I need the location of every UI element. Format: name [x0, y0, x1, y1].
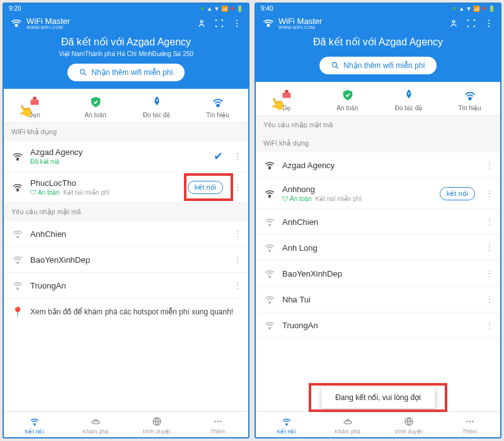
section-pwreq: Yêu cầu nhập mật mã: [256, 116, 500, 134]
feature-clean[interactable]: 👆 Dọ: [256, 88, 317, 112]
more-icon[interactable]: ⋮: [232, 182, 243, 192]
wifi-row[interactable]: BaoYenXinhDep ⋮: [256, 261, 500, 287]
section-pwreq: Yêu cầu nhập mật mã: [4, 203, 248, 221]
nav-browser[interactable]: trình duyệt: [378, 416, 439, 435]
svg-point-42: [469, 421, 471, 423]
feature-signal[interactable]: Tín hiệu: [187, 95, 248, 118]
more-icon[interactable]: ⋮: [232, 280, 243, 290]
app-title: WiFi Master: [26, 17, 70, 25]
wifi-logo-icon: [10, 17, 23, 30]
svg-point-19: [217, 421, 219, 423]
connect-button[interactable]: kết nối: [188, 181, 223, 194]
shield-icon: [89, 95, 103, 109]
connect-button[interactable]: kết nối: [440, 187, 475, 200]
globe-icon: [151, 416, 163, 427]
svg-point-35: [269, 276, 270, 277]
svg-point-1: [200, 20, 203, 23]
nav-discover[interactable]: Khám phá: [65, 416, 126, 435]
wifi-icon: [263, 187, 276, 200]
wifi-lock-icon: [263, 267, 276, 280]
svg-point-9: [217, 105, 219, 107]
wifi-row[interactable]: Nha Tui ⋮: [256, 287, 500, 312]
connection-title: Đã kết nối với Azgad Agency: [266, 36, 490, 48]
more-icon[interactable]: ⋮: [232, 255, 243, 265]
wifi-lock-icon: [11, 253, 24, 266]
wifi-row[interactable]: Azgad Agency ⋮: [256, 152, 500, 178]
wifi-row-anhhong[interactable]: Anhhong 🛡 An toàn Kết nối miễn phí kết n…: [256, 178, 500, 209]
feature-signal[interactable]: Tín hiệu: [439, 88, 500, 112]
wifi-row[interactable]: BaoYenXinhDep ⋮: [4, 247, 248, 273]
svg-point-15: [33, 423, 35, 425]
more-icon[interactable]: [484, 18, 494, 28]
more-icon[interactable]: [232, 18, 242, 28]
wifi-icon: [11, 150, 24, 163]
phone-left: 9:20 ▲ ▼ 📶 🔋 WiFi Master WWW.WIFI.COM Đã…: [3, 3, 249, 438]
user-icon[interactable]: [449, 18, 459, 28]
more-icon[interactable]: ⋮: [232, 229, 243, 239]
more-icon[interactable]: ⋮: [484, 243, 495, 253]
free-wifi-label: Nhận thêm wifi miễn phí: [91, 68, 173, 77]
svg-point-14: [17, 288, 18, 289]
status-time: 9:20: [9, 5, 21, 12]
wifi-icon: [11, 181, 24, 193]
feature-clean[interactable]: 👆 Dọn: [4, 95, 65, 118]
check-icon: ✔: [214, 149, 223, 163]
wifi-lock-icon: [263, 293, 276, 306]
feature-safe[interactable]: An toàn: [317, 88, 378, 112]
wifi-row[interactable]: AnhChien ⋮: [4, 221, 248, 247]
feature-speed[interactable]: Đo tốc độ: [126, 95, 187, 118]
more-icon[interactable]: ⋮: [232, 151, 243, 161]
svg-rect-28: [285, 90, 289, 93]
more-dots-icon: [212, 416, 224, 427]
nav-more[interactable]: Thêm: [187, 416, 248, 435]
feature-speed[interactable]: Đo tốc độ: [378, 88, 439, 112]
status-icons: ▲ ▼ 📶 🔋: [453, 6, 495, 12]
map-hint-row[interactable]: 📍 Xem bản đồ để khám phá các hotspot miễ…: [4, 299, 248, 326]
wifi-list: Azgad Agency Đã kết nối ✔ ⋮ PhucLocTho 🛡…: [4, 141, 248, 411]
nav-discover[interactable]: Khám phá: [317, 416, 378, 435]
svg-point-23: [488, 20, 490, 21]
status-time: 9:40: [261, 5, 273, 12]
feature-safe[interactable]: An toàn: [65, 95, 126, 118]
search-icon: [79, 68, 88, 77]
globe-icon: [403, 416, 415, 427]
wifi-list: Azgad Agency ⋮ Anhhong 🛡 An toàn Kết nối…: [256, 152, 500, 411]
wifi-name: Azgad Agency: [30, 147, 207, 157]
more-icon[interactable]: ⋮: [484, 217, 495, 227]
wifi-icon: [29, 416, 40, 427]
more-icon[interactable]: ⋮: [484, 320, 495, 330]
more-icon[interactable]: ⋮: [484, 188, 495, 198]
bottom-nav: Kết nối Khám phá trình duyệt Thêm: [4, 411, 248, 437]
app-header: WiFi Master WWW.WIFI.COM Đã kết nối với …: [256, 13, 500, 82]
app-subtitle: WWW.WIFI.COM: [278, 25, 322, 30]
section-available: WiFi khả dụng: [4, 123, 248, 141]
wifi-row-phuclocTho[interactable]: PhucLocTho 🛡 An toàn Kết nối miễn phí kế…: [4, 172, 248, 203]
nav-connect[interactable]: Kết nối: [4, 416, 65, 435]
wifi-row[interactable]: TruongAn ⋮: [4, 273, 248, 299]
svg-point-38: [285, 423, 287, 425]
more-icon[interactable]: ⋮: [484, 268, 495, 278]
wifi-row[interactable]: Anh Long ⋮: [256, 235, 500, 261]
svg-point-43: [472, 421, 474, 423]
wifi-lock-icon: [263, 241, 276, 254]
svg-point-12: [17, 236, 18, 238]
svg-rect-7: [33, 97, 37, 100]
more-icon[interactable]: ⋮: [484, 294, 495, 304]
more-icon[interactable]: ⋮: [484, 160, 495, 170]
nav-connect[interactable]: Kết nối: [256, 416, 317, 435]
wifi-row[interactable]: AnhChien ⋮: [256, 209, 500, 235]
svg-point-24: [488, 23, 490, 24]
scan-icon[interactable]: [466, 18, 476, 28]
svg-point-16: [92, 421, 100, 424]
svg-point-31: [269, 168, 270, 169]
ufo-icon: [342, 416, 353, 427]
free-wifi-button[interactable]: Nhận thêm wifi miễn phí: [319, 57, 436, 74]
user-icon[interactable]: [197, 18, 207, 28]
nav-browser[interactable]: trình duyệt: [126, 416, 187, 435]
free-wifi-button[interactable]: Nhận thêm wifi miễn phí: [67, 64, 184, 81]
wifi-row[interactable]: TruongAn ⋮: [256, 312, 500, 338]
nav-more[interactable]: Thêm: [439, 416, 500, 435]
status-bar: 9:20 ▲ ▼ 📶 🔋: [4, 4, 248, 13]
scan-icon[interactable]: [214, 18, 224, 28]
wifi-row-azgad[interactable]: Azgad Agency Đã kết nối ✔ ⋮: [4, 141, 248, 172]
